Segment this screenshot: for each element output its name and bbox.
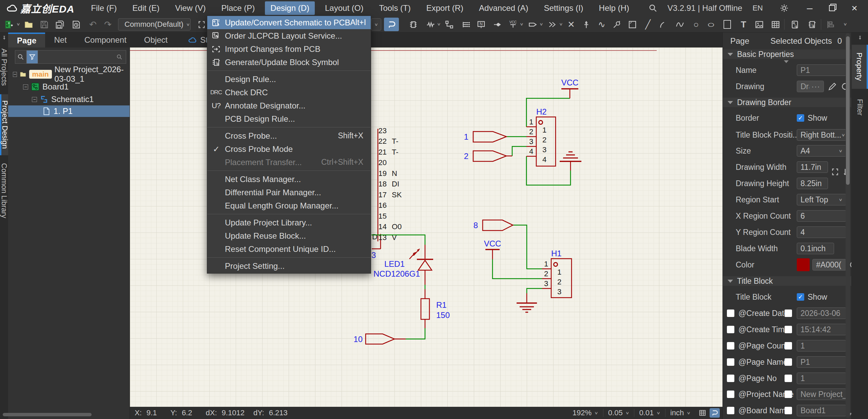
pencil-icon[interactable]: [828, 82, 837, 91]
section-basic-properties[interactable]: Basic Properties: [723, 49, 851, 59]
gnd-flag-top[interactable]: [560, 152, 581, 161]
toolbar-more-caret[interactable]: ∨: [843, 22, 847, 26]
menu-advanced[interactable]: Advanced (A): [474, 1, 534, 15]
block-number-icon[interactable]: [805, 18, 819, 31]
table-tool-icon[interactable]: [768, 18, 783, 31]
menu-item-cross-probe[interactable]: Cross Probe... Shift+X: [207, 129, 371, 142]
zoom-select[interactable]: 192%∨: [568, 409, 603, 417]
sheet-port-2[interactable]: [473, 151, 506, 161]
panel-scrollbar[interactable]: [846, 33, 850, 418]
tab-component[interactable]: Component: [76, 33, 135, 47]
tree-search-icon[interactable]: [15, 50, 26, 64]
color-swatch[interactable]: [797, 258, 810, 271]
rail-all-projects[interactable]: All Projects: [0, 46, 8, 88]
tree-row-page[interactable]: 1. P1: [8, 105, 130, 117]
menu-export[interactable]: Export (R): [421, 1, 469, 15]
drawing-width-input[interactable]: 11.7in: [797, 161, 828, 173]
tree-row-project[interactable]: − main New Project_2026-03-03_1: [8, 68, 130, 80]
name-input[interactable]: P1: [797, 64, 846, 76]
drawing-height-input[interactable]: 8.25in: [797, 178, 828, 189]
menu-view[interactable]: View (V): [170, 1, 211, 15]
menu-item-design-rule[interactable]: Design Rule...: [207, 73, 371, 86]
tree-row-board[interactable]: − Board1: [8, 81, 130, 93]
menu-item-pcb-design-rule[interactable]: PCB Design Rule...: [207, 112, 371, 125]
menu-item-net-class-manager[interactable]: Net Class Manager...: [207, 173, 371, 186]
r1-component[interactable]: R1 150: [421, 299, 450, 320]
board-name-input[interactable]: Board1: [797, 405, 846, 416]
menu-settings[interactable]: Settings (I): [539, 1, 589, 15]
page-no-checkbox[interactable]: [727, 375, 734, 382]
menu-item-diff-pair-manager[interactable]: Differential Pair Manager...: [207, 186, 371, 199]
rect-tool-icon[interactable]: [720, 18, 735, 31]
create-time-checkbox[interactable]: [727, 326, 734, 333]
redo-icon[interactable]: ↷: [100, 18, 115, 31]
page-count-input[interactable]: 1: [797, 340, 846, 352]
right-rail-pin-icon[interactable]: [852, 35, 868, 40]
create-date-input[interactable]: 2026-03-06: [797, 307, 846, 319]
menu-item-cross-probe-mode[interactable]: ✓ Cross Probe Mode: [207, 142, 371, 156]
menu-file[interactable]: File (F): [85, 1, 122, 15]
menu-item-annotate[interactable]: U? Annotate Designator...: [207, 99, 371, 112]
page-name-input[interactable]: P1: [797, 356, 846, 368]
language-button[interactable]: EN: [752, 4, 763, 13]
h1-component[interactable]: H1 1 2 3 1 2 3: [544, 249, 572, 298]
component-tool-icon[interactable]: [406, 18, 421, 31]
rail-project-design[interactable]: Project Design: [0, 94, 8, 155]
line-tool-icon[interactable]: ╱: [640, 18, 655, 31]
drawing-button[interactable]: Dra ···: [797, 81, 824, 92]
tree-row-schematic[interactable]: − Schematic1: [8, 94, 130, 105]
diff-caret[interactable]: ∨: [559, 22, 563, 26]
menu-item-reset-unique-id[interactable]: Reset Component Unique ID...: [207, 242, 371, 256]
new-dropdown-caret[interactable]: ∨: [16, 22, 20, 26]
save-all-icon[interactable]: [52, 18, 67, 31]
title-block-position-select[interactable]: Right Bott...∨: [797, 129, 846, 141]
page-count-value-checkbox[interactable]: [785, 342, 792, 350]
rail-property-tab[interactable]: Property: [852, 45, 868, 89]
create-date-value-checkbox[interactable]: [785, 310, 792, 317]
port-tool-icon[interactable]: [525, 18, 540, 31]
menu-edit[interactable]: Edit (E): [127, 1, 165, 15]
title-block-show-checkbox[interactable]: ✓: [797, 293, 804, 301]
menu-item-check-drc[interactable]: DRC Check DRC: [207, 86, 371, 99]
vcc-flag-tool-icon[interactable]: [505, 18, 520, 31]
alt-grid-select[interactable]: 0.01∨: [634, 409, 665, 417]
net-tool-icon[interactable]: [442, 18, 457, 31]
image-tool-icon[interactable]: [752, 18, 767, 31]
undo-icon[interactable]: ↶: [85, 18, 100, 31]
rail-pin-icon[interactable]: [0, 35, 8, 40]
probe-tool-icon[interactable]: [609, 18, 624, 31]
save-icon[interactable]: [37, 18, 52, 31]
resistor-tool-icon[interactable]: [423, 18, 438, 31]
menu-design[interactable]: Design (D): [265, 1, 315, 15]
page-name-checkbox[interactable]: [727, 358, 734, 366]
tree-search-input[interactable]: [38, 50, 126, 64]
collapse-icon[interactable]: −: [13, 72, 17, 77]
menu-item-update-reuse-block[interactable]: Update Reuse Block...: [207, 229, 371, 242]
port-caret[interactable]: ∨: [539, 22, 543, 26]
save-history-icon[interactable]: [69, 18, 83, 31]
wire-mode-icon[interactable]: [710, 408, 720, 418]
board-name-checkbox[interactable]: [727, 407, 734, 414]
minimize-button[interactable]: –: [804, 2, 816, 14]
menu-item-project-setting[interactable]: Project Setting...: [207, 259, 371, 273]
restore-button[interactable]: [826, 3, 838, 14]
menu-item-generate-block[interactable]: Generate/Update Block Symbol: [207, 56, 371, 69]
wires-green[interactable]: [371, 98, 571, 339]
grid-step-select[interactable]: 0.05∨: [603, 409, 634, 417]
menu-help[interactable]: Help (H): [594, 1, 635, 15]
blade-width-input[interactable]: 0.1inch: [797, 243, 834, 254]
page-name-value-checkbox[interactable]: [785, 358, 792, 366]
sheet-port-10[interactable]: [366, 334, 394, 344]
project-name-checkbox[interactable]: [727, 391, 734, 398]
gnd-flag-bottom[interactable]: [517, 303, 537, 312]
pin-tool-icon[interactable]: [579, 18, 594, 31]
y-region-count-input[interactable]: 4: [797, 226, 846, 238]
tree-horizontal-scrollbar[interactable]: [3, 413, 92, 416]
menu-place[interactable]: Place (P): [216, 1, 261, 15]
menu-tools[interactable]: Tools (T): [373, 1, 416, 15]
drawing-frame-tool-icon[interactable]: [625, 18, 640, 31]
sheet-port-1[interactable]: [473, 132, 506, 142]
sheet-port-8[interactable]: [483, 220, 513, 231]
menu-item-order-jlcpcb[interactable]: Order JLCPCB Layout Service...: [207, 29, 371, 42]
bus-tool-icon[interactable]: [459, 18, 474, 31]
